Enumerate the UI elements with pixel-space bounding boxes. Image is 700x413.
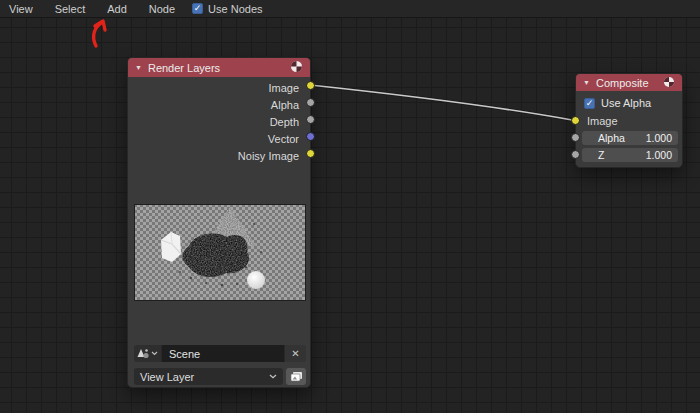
scene-name-field[interactable]: Scene — [161, 345, 285, 362]
socket-input-z[interactable] — [571, 150, 580, 159]
alpha-field-value: 1.000 — [646, 132, 672, 144]
render-preview-image — [134, 204, 306, 301]
output-row: Depth — [128, 113, 310, 130]
output-row: Noisy Image — [128, 147, 310, 164]
alpha-number-field[interactable]: Alpha 1.000 — [582, 131, 678, 145]
use-alpha-label: Use Alpha — [601, 97, 651, 109]
socket-input-alpha[interactable] — [571, 133, 580, 142]
node-title: Render Layers — [148, 62, 284, 74]
scene-icon — [137, 348, 150, 360]
view-layer-dropdown[interactable]: View Layer — [134, 368, 283, 385]
menu-node[interactable]: Node — [138, 0, 186, 18]
z-number-field[interactable]: Z 1.000 — [582, 148, 678, 162]
render-layers-node[interactable]: ▼ Render Layers Image Alpha Depth — [127, 57, 311, 388]
editor-menu-bar: View Select Add Node ✓ Use Nodes — [0, 0, 700, 18]
socket-input-image[interactable] — [571, 116, 580, 125]
menu-select[interactable]: Select — [44, 0, 97, 18]
z-field-value: 1.000 — [646, 149, 672, 161]
socket-output-image[interactable] — [306, 81, 315, 90]
node-preview-sphere-icon — [290, 60, 303, 75]
socket-output-vector[interactable] — [306, 132, 315, 141]
render-layers-icon — [290, 371, 303, 383]
output-label-noisy-image: Noisy Image — [238, 150, 299, 162]
output-label-image: Image — [268, 82, 299, 94]
node-preview-sphere-icon — [663, 76, 675, 90]
menu-add[interactable]: Add — [96, 0, 138, 18]
composite-header[interactable]: ▼ Composite — [576, 74, 682, 91]
menu-view[interactable]: View — [0, 0, 44, 18]
use-nodes-toggle[interactable]: ✓ Use Nodes — [192, 3, 262, 15]
socket-output-alpha[interactable] — [306, 98, 315, 107]
alpha-field-label: Alpha — [598, 132, 646, 144]
output-row: Vector — [128, 130, 310, 147]
scene-browse-button[interactable] — [134, 345, 161, 362]
use-nodes-checkbox[interactable]: ✓ — [192, 3, 203, 14]
composite-node[interactable]: ▼ Composite ✓ Use Alpha Image Alpha 1.00… — [575, 73, 683, 168]
output-label-vector: Vector — [268, 133, 299, 145]
scene-clear-button[interactable]: ✕ — [285, 345, 306, 362]
chevron-down-icon — [269, 374, 277, 379]
node-link-layer — [0, 0, 700, 413]
chevron-down-icon — [151, 351, 158, 356]
collapse-triangle-icon[interactable]: ▼ — [583, 79, 590, 86]
output-label-depth: Depth — [270, 116, 299, 128]
use-alpha-checkbox[interactable]: ✓ — [584, 98, 595, 109]
check-icon: ✓ — [586, 99, 594, 108]
render-layer-button[interactable] — [286, 368, 306, 385]
collapse-triangle-icon[interactable]: ▼ — [135, 64, 142, 71]
node-title: Composite — [596, 77, 657, 89]
render-layers-header[interactable]: ▼ Render Layers — [128, 58, 310, 77]
scene-name-value: Scene — [169, 348, 200, 360]
node-link-outline — [310, 85, 572, 120]
view-layer-value: View Layer — [140, 371, 269, 383]
output-row: Image — [128, 79, 310, 96]
use-nodes-label: Use Nodes — [208, 3, 262, 15]
output-row: Alpha — [128, 96, 310, 113]
close-icon: ✕ — [291, 348, 299, 359]
node-editor-canvas[interactable]: ▼ Render Layers Image Alpha Depth — [0, 0, 700, 413]
z-field-label: Z — [598, 149, 646, 161]
input-row: Image — [576, 112, 682, 129]
input-label-image: Image — [587, 115, 618, 127]
output-label-alpha: Alpha — [271, 99, 299, 111]
check-icon: ✓ — [194, 4, 202, 13]
node-link[interactable] — [310, 85, 572, 120]
socket-output-noisy-image[interactable] — [306, 149, 315, 158]
socket-output-depth[interactable] — [306, 115, 315, 124]
